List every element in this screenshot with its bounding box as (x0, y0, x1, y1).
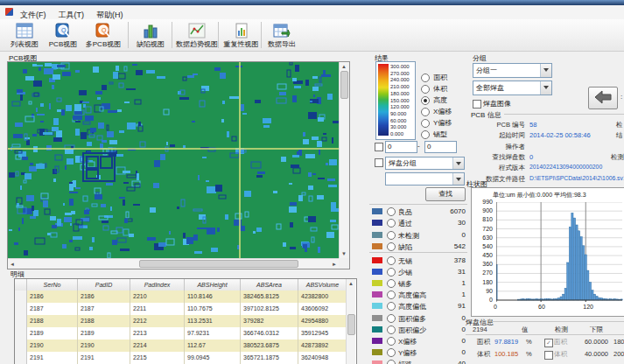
legend-row-高度偏高[interactable]: 高度偏高1 (371, 290, 467, 300)
metric-radio-5[interactable]: Y偏移 (421, 115, 452, 124)
table-cell[interactable]: 43606092 (298, 303, 347, 316)
range-filter-checkbox[interactable] (375, 143, 383, 151)
scroll-up-icon[interactable]: ▲ (348, 280, 354, 287)
column-header-PadIndex[interactable]: PadIndex (130, 279, 185, 291)
table-cell[interactable]: 2190 (78, 340, 130, 353)
toolbar-button-trend-view[interactable]: 数据趋势视图 (174, 21, 220, 49)
details-scrollbar[interactable]: ▲ (346, 279, 355, 364)
pad-image-checkbox[interactable] (473, 100, 481, 108)
table-cell[interactable]: 2186 (78, 290, 130, 304)
legend-row-高度偏低[interactable]: 高度偏低91 (371, 301, 467, 312)
legend-row-良品[interactable]: 良品6070 (371, 206, 467, 217)
toolbar-button-defect-view[interactable]: 缺陷视图 (131, 21, 170, 49)
pcb-vscroll-thumb[interactable] (340, 71, 348, 99)
radio-icon[interactable] (421, 130, 430, 139)
row-selector[interactable] (15, 290, 27, 304)
all-pads-dropdown[interactable]: 全部焊盘 (473, 80, 552, 95)
table-cell[interactable]: 2213 (130, 327, 185, 340)
legend-row-面积偏少[interactable]: 面积偏少0 (371, 325, 467, 335)
toolbar-button-repeat-view[interactable]: 重复性视图 (221, 21, 261, 49)
legend-row-少锡[interactable]: 少锡31 (371, 267, 467, 277)
legend-row-短路[interactable]: 短路40 (371, 359, 467, 364)
table-cell[interactable]: 397102.8125 (241, 303, 298, 316)
table-cell[interactable]: 2215 (130, 352, 185, 364)
table-cell[interactable]: 2190 (27, 340, 78, 353)
table-cell[interactable]: 42873892 (298, 340, 347, 353)
metric-radio-3[interactable]: 高度 (421, 92, 447, 102)
table-cell[interactable]: 2211 (130, 303, 185, 316)
table-cell[interactable]: 2210 (130, 290, 185, 304)
scroll-up-icon[interactable]: ▲ (341, 63, 347, 70)
table-cell[interactable]: 97.9231 (185, 327, 241, 340)
table-cell[interactable]: 2189 (27, 327, 78, 340)
chevron-down-icon[interactable] (452, 158, 464, 169)
table-cell[interactable]: 110.8146 (185, 290, 241, 304)
table-cell[interactable]: 2188 (27, 315, 78, 328)
legend-row-未检测[interactable]: 未检测0 (371, 230, 467, 241)
toolbar-button-export[interactable]: 数据导出 (264, 21, 299, 49)
radio-icon[interactable] (387, 219, 396, 228)
row-selector[interactable] (15, 303, 27, 316)
radio-icon[interactable] (387, 207, 396, 216)
row-selector[interactable] (15, 340, 27, 353)
radio-icon[interactable] (387, 290, 396, 299)
table-cell[interactable]: 112.67 (185, 340, 241, 353)
range-from-input[interactable]: 0 (385, 141, 417, 153)
pad-group-dropdown[interactable]: 焊盘分组 (385, 157, 465, 170)
pad-check-checkbox[interactable] (544, 351, 553, 360)
pad-group-checkbox[interactable] (375, 158, 383, 167)
radio-icon[interactable] (387, 360, 396, 364)
scroll-left-icon[interactable]: ◄ (10, 261, 15, 268)
radio-icon[interactable] (387, 268, 396, 276)
chevron-down-icon[interactable] (540, 64, 551, 77)
column-header-ABSArea[interactable]: ABSArea (241, 279, 298, 291)
pad-check-checkbox[interactable]: ✓ (544, 339, 553, 347)
scroll-down-icon[interactable]: ▼ (341, 250, 347, 257)
table-cell[interactable]: 35912945 (298, 327, 347, 340)
table-cell[interactable]: 36240948 (298, 352, 347, 364)
table-cell[interactable]: 2188 (78, 315, 130, 328)
column-header-PadID[interactable]: PadID (78, 279, 130, 291)
table-cell[interactable]: 110.7675 (185, 303, 241, 316)
table-cell[interactable]: 379282 (241, 315, 298, 328)
legend-row-Y偏移[interactable]: Y偏移0 (371, 347, 467, 358)
group-one-dropdown[interactable]: 分组一 (473, 63, 552, 78)
pcb-board-canvas[interactable] (8, 62, 339, 258)
table-cell[interactable]: 2191 (27, 352, 78, 364)
radio-icon[interactable] (387, 256, 396, 265)
column-header-ABSVolume[interactable]: ABSVolume (298, 279, 347, 291)
details-scroll-thumb[interactable] (347, 314, 355, 335)
legend-row-无锡[interactable]: 无锡378 (371, 256, 467, 266)
range-to-input[interactable]: 0 (424, 141, 457, 153)
legend-row-锡多[interactable]: 锡多1 (371, 278, 467, 289)
column-header-SerNo[interactable]: SerNo (27, 279, 78, 291)
radio-icon[interactable] (387, 314, 396, 323)
toolbar-button-pcb-view[interactable]: QPCB视图 (46, 21, 81, 49)
table-cell[interactable]: 2187 (78, 303, 130, 316)
back-arrow-button[interactable] (588, 87, 618, 109)
pad-select-dropdown[interactable] (385, 172, 465, 186)
table-cell[interactable]: 42382800 (298, 290, 347, 304)
legend-row-通过[interactable]: 通过30 (371, 218, 467, 228)
search-button[interactable]: 查找 (425, 187, 466, 201)
metric-radio-2[interactable]: 体积 (421, 80, 447, 90)
legend-row-X偏移[interactable]: X偏移0 (371, 336, 467, 346)
toolbar-button-list-view[interactable]: 列表视图 (7, 21, 42, 49)
metric-radio-6[interactable]: 锡型 (421, 126, 447, 136)
row-selector[interactable] (15, 315, 27, 328)
table-cell[interactable]: 382465.8125 (241, 290, 298, 304)
table-cell[interactable]: 42954880 (298, 315, 347, 328)
table-cell[interactable]: 2191 (78, 352, 130, 364)
metric-radio-1[interactable]: 面积 (421, 69, 447, 79)
chevron-down-icon[interactable] (452, 173, 464, 185)
radio-icon[interactable] (387, 242, 396, 251)
table-cell[interactable]: 365721.1875 (241, 352, 298, 364)
pcb-horizontal-scrollbar[interactable]: ◄ ► (8, 258, 339, 268)
chevron-down-icon[interactable] (540, 81, 551, 94)
table-cell[interactable]: 2212 (130, 315, 185, 328)
scroll-right-icon[interactable]: ► (332, 261, 337, 268)
radio-icon[interactable] (387, 348, 396, 357)
table-cell[interactable]: 113.2531 (185, 315, 241, 328)
row-selector[interactable] (15, 327, 27, 340)
table-cell[interactable]: 2187 (27, 303, 78, 316)
